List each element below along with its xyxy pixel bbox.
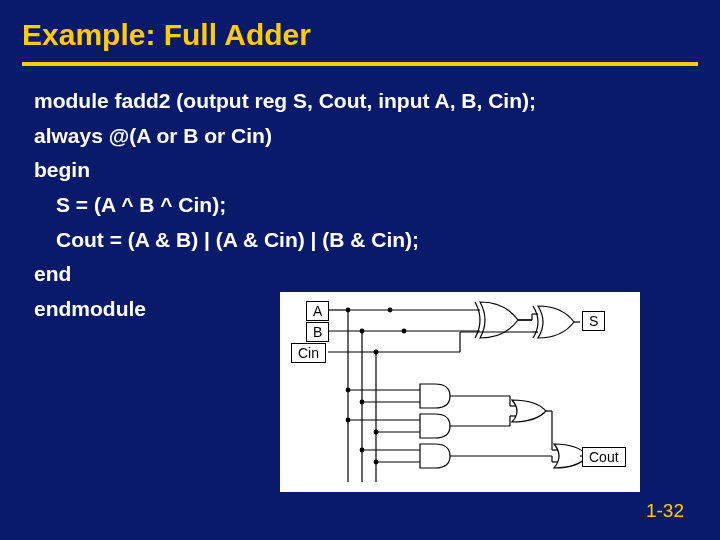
code-line-1: module fadd2 (output reg S, Cout, input … bbox=[34, 84, 720, 119]
label-input-a: A bbox=[306, 301, 329, 321]
page-number: 1-32 bbox=[646, 500, 684, 522]
circuit-diagram: A B Cin S Cout bbox=[280, 292, 640, 492]
code-line-4: S = (A ^ B ^ Cin); bbox=[34, 188, 720, 223]
svg-point-41 bbox=[360, 400, 364, 404]
code-line-5: Cout = (A & B) | (A & Cin) | (B & Cin); bbox=[34, 223, 720, 258]
svg-point-40 bbox=[346, 388, 350, 392]
svg-point-47 bbox=[402, 329, 406, 333]
code-block: module fadd2 (output reg S, Cout, input … bbox=[0, 84, 720, 326]
label-output-cout: Cout bbox=[582, 447, 626, 467]
label-output-s: S bbox=[582, 311, 605, 331]
svg-point-42 bbox=[346, 418, 350, 422]
label-input-b: B bbox=[306, 322, 329, 342]
code-line-6: end bbox=[34, 257, 720, 292]
svg-point-43 bbox=[374, 430, 378, 434]
code-line-3: begin bbox=[34, 153, 720, 188]
code-line-2: always @(A or B or Cin) bbox=[34, 119, 720, 154]
label-input-cin: Cin bbox=[291, 343, 326, 363]
svg-point-44 bbox=[360, 448, 364, 452]
svg-point-39 bbox=[374, 350, 378, 354]
title-rule bbox=[22, 62, 698, 66]
svg-point-46 bbox=[388, 308, 392, 312]
slide-title: Example: Full Adder bbox=[0, 0, 720, 58]
svg-point-37 bbox=[346, 308, 350, 312]
svg-point-38 bbox=[360, 329, 364, 333]
svg-point-45 bbox=[374, 460, 378, 464]
